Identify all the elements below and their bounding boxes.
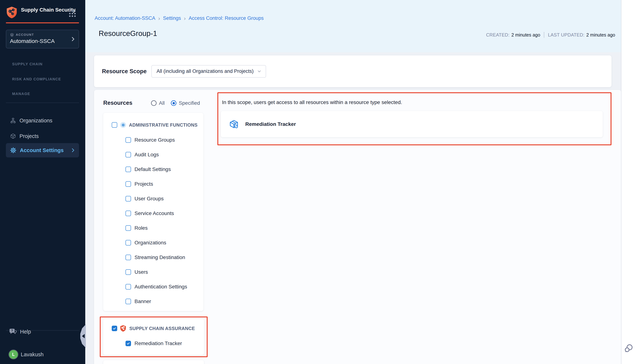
resource-scope-dropdown[interactable]: All (including all Organizations and Pro… <box>151 65 266 78</box>
remediation-tracker-checkbox[interactable] <box>125 341 131 346</box>
created-value: 2 minutes ago <box>511 32 540 38</box>
checkmark-icon <box>126 342 130 345</box>
resource-type-label: Default Settings <box>134 166 171 172</box>
help-chat-icon: ? <box>9 328 17 335</box>
resource-type-checkbox[interactable] <box>125 255 131 260</box>
radio-all-label: All <box>159 100 165 106</box>
admin-gear-bubble <box>120 122 126 128</box>
account-scope-label: ACCOUNT <box>16 33 34 37</box>
next-section-card <box>103 360 204 364</box>
breadcrumb-account[interactable]: Account: Automation-SSCA <box>95 16 155 21</box>
supply-chain-assurance-header: SUPPLY CHAIN ASSURANCE <box>112 324 204 333</box>
breadcrumb: Account: Automation-SSCA › Settings › Ac… <box>95 16 264 21</box>
breadcrumb-settings[interactable]: Settings <box>163 16 181 21</box>
main-area: Account: Automation-SSCA › Settings › Ac… <box>85 0 635 364</box>
resource-type-row[interactable]: Service Accounts <box>125 209 203 218</box>
resource-type-checkbox[interactable] <box>125 166 131 172</box>
sidebar-item-projects[interactable]: Projects <box>6 130 79 142</box>
resource-type-checkbox[interactable] <box>125 181 131 187</box>
resource-type-row[interactable]: Roles <box>125 224 203 232</box>
resource-scope-label: Resource Scope <box>102 68 151 75</box>
administrative-functions-header: ADMINISTRATIVE FUNCTIONS <box>112 120 203 129</box>
breadcrumb-separator: › <box>158 16 160 21</box>
resource-type-checkbox[interactable] <box>125 240 131 246</box>
radio-all[interactable]: All <box>151 100 165 106</box>
resource-type-row[interactable]: Authentication Settings <box>125 282 203 291</box>
page-content: Resource Scope All (including all Organi… <box>85 52 635 364</box>
radio-all-circle[interactable] <box>151 100 156 106</box>
resource-type-label: Projects <box>134 181 153 187</box>
account-selector[interactable]: ACCOUNT Automation-SSCA <box>6 30 79 48</box>
layers-icon <box>10 33 14 37</box>
breadcrumb-separator: › <box>184 16 186 21</box>
sidebar-section-manage[interactable]: MANAGE <box>12 92 30 96</box>
chevron-right-icon <box>71 36 75 42</box>
meta-divider <box>544 32 544 38</box>
resource-type-checkbox[interactable] <box>125 152 131 158</box>
resource-type-label: Resource Groups <box>134 137 175 143</box>
resource-type-checkbox[interactable] <box>125 137 131 143</box>
last-updated-value: 2 minutes ago <box>586 32 615 38</box>
radio-specified-circle[interactable] <box>171 100 176 106</box>
resource-type-row[interactable]: Organizations <box>125 238 203 247</box>
collapse-left-arrow-icon <box>82 334 85 338</box>
resources-panel: Resources All Specified <box>94 90 621 364</box>
resource-type-row[interactable]: Users <box>125 268 203 276</box>
resource-type-checkbox[interactable] <box>125 210 131 216</box>
supply-chain-shield-icon <box>120 325 126 332</box>
resource-type-label: User Groups <box>134 196 164 202</box>
app-logo[interactable]: Supply Chain Security <box>6 6 76 19</box>
supply-chain-assurance-checkbox[interactable] <box>112 326 117 331</box>
resource-type-checkbox[interactable] <box>125 284 131 290</box>
resource-type-row[interactable]: Resource Groups <box>125 136 203 144</box>
resource-type-checkbox[interactable] <box>125 196 131 202</box>
administrative-functions-checkbox[interactable] <box>112 122 117 128</box>
sidebar-section-supply-chain[interactable]: SUPPLY CHAIN <box>12 62 43 66</box>
resource-type-row[interactable]: Projects <box>125 180 203 188</box>
supply-chain-assurance-label: SUPPLY CHAIN ASSURANCE <box>129 326 195 331</box>
resource-type-row[interactable]: User Groups <box>125 194 203 203</box>
resource-type-row[interactable]: Audit Logs <box>125 150 203 159</box>
resource-type-checkbox[interactable] <box>125 225 131 231</box>
sidebar-section-risk-and-compliance[interactable]: RISK AND COMPLIANCE <box>12 77 61 81</box>
resource-type-label: Streaming Destination <box>134 254 185 260</box>
selected-resource-card: Remediation Tracker <box>221 111 603 137</box>
app-grid-icon[interactable] <box>69 10 76 17</box>
gear-icon <box>10 147 16 154</box>
radio-specified-label: Specified <box>179 100 200 106</box>
chevron-right-icon <box>71 148 75 153</box>
sidebar-item-label: Account Settings <box>20 147 64 154</box>
sidebar-item-account-settings[interactable]: Account Settings <box>6 143 79 158</box>
right-gutter <box>621 0 635 364</box>
sidebar-item-label: Projects <box>20 133 39 139</box>
cube-icon <box>10 133 16 139</box>
resource-type-row[interactable]: Banner <box>125 297 203 306</box>
remediation-tracker-label: Remediation Tracker <box>134 340 182 346</box>
resources-title: Resources <box>103 100 132 106</box>
chat-support-icon[interactable] <box>624 344 633 355</box>
radio-specified[interactable]: Specified <box>171 100 200 106</box>
supply-chain-assurance-card: SUPPLY CHAIN ASSURANCE Remediation Track… <box>103 319 204 355</box>
breadcrumb-access-control[interactable]: Access Control: Resource Groups <box>189 16 264 21</box>
timestamps: CREATED: 2 minutes ago LAST UPDATED: 2 m… <box>486 32 615 38</box>
resource-type-row[interactable]: Default Settings <box>125 165 203 174</box>
remediation-tracker-row[interactable]: Remediation Tracker <box>125 339 204 348</box>
org-chart-icon <box>10 118 16 124</box>
help-label: Help <box>20 329 31 335</box>
resource-type-label: Audit Logs <box>134 152 159 158</box>
help-button[interactable]: ? Help <box>9 328 31 335</box>
resource-type-row[interactable]: Streaming Destination <box>125 253 203 262</box>
user-menu[interactable]: L Lavakush <box>9 350 44 359</box>
resources-radio-group: All Specified <box>151 100 200 106</box>
resource-type-checkbox[interactable] <box>125 299 131 304</box>
sidebar: Supply Chain Security ACCOUNT Automation… <box>0 0 85 364</box>
remediation-tracker-box-icon <box>229 119 239 129</box>
admin-items-list: Resource Groups Audit Logs Default Setti… <box>125 136 203 306</box>
sidebar-item-organizations[interactable]: Organizations <box>6 114 79 127</box>
brand-underline <box>6 22 79 23</box>
page-title: ResourceGroup-1 <box>99 29 157 38</box>
resource-type-label: Users <box>134 269 148 275</box>
app-title: Supply Chain Security <box>21 6 76 19</box>
resource-type-checkbox[interactable] <box>125 269 131 275</box>
gear-icon <box>121 123 125 127</box>
